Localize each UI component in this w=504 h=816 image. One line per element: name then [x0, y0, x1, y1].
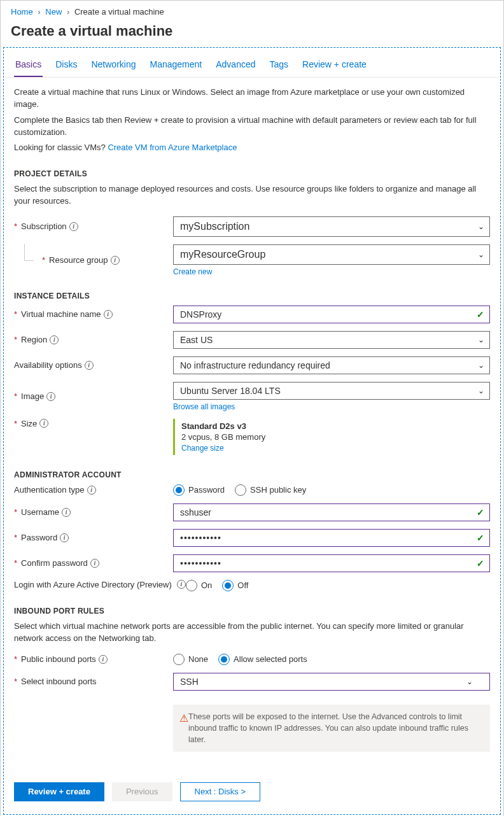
intro-text: Create a virtual machine that runs Linux… — [14, 87, 490, 111]
breadcrumb-current: Create a virtual machine — [74, 7, 164, 17]
create-vm-marketplace-link[interactable]: Create VM from Azure Marketplace — [108, 143, 237, 152]
section-inbound-ports: Inbound port rules — [14, 607, 490, 616]
create-new-rg-link[interactable]: Create new — [173, 267, 212, 276]
tab-basics[interactable]: Basics — [14, 59, 43, 77]
previous-button: Previous — [112, 782, 172, 801]
region-select[interactable]: East US ⌄ — [173, 331, 490, 349]
project-desc: Select the subscription to manage deploy… — [14, 183, 490, 208]
availability-label: Availability options i — [14, 360, 173, 370]
size-name: Standard D2s v3 — [181, 421, 484, 431]
resource-group-select[interactable]: myResourceGroup ⌄ — [173, 244, 490, 265]
resource-group-label: *Resource group i — [14, 255, 173, 265]
subscription-select[interactable]: mySubscription ⌄ — [173, 216, 490, 237]
chevron-down-icon: ⌄ — [478, 386, 484, 395]
ports-none-radio[interactable]: None — [173, 654, 208, 665]
info-icon[interactable]: i — [177, 580, 186, 589]
select-ports-select[interactable]: SSH ⌄ — [173, 673, 490, 691]
info-icon[interactable]: i — [39, 419, 48, 428]
public-ports-label: *Public inbound ports i — [14, 654, 173, 664]
size-label: *Size i — [14, 419, 173, 428]
ports-allow-radio[interactable]: Allow selected ports — [218, 654, 307, 665]
section-instance-details: Instance details — [14, 292, 490, 300]
footer-buttons: Review + create Previous Next : Disks > — [4, 771, 500, 814]
page-title: Create a virtual machine — [3, 20, 501, 47]
chevron-down-icon: ⌄ — [478, 250, 484, 259]
info-icon[interactable]: i — [50, 335, 59, 344]
next-disks-button[interactable]: Next : Disks > — [180, 782, 261, 801]
info-icon[interactable]: i — [104, 310, 113, 319]
info-icon[interactable]: i — [60, 533, 69, 542]
username-input[interactable]: sshuser ✓ — [173, 503, 490, 521]
review-create-button[interactable]: Review + create — [14, 782, 104, 801]
chevron-right-icon: › — [67, 7, 69, 17]
change-size-link[interactable]: Change size — [181, 444, 224, 453]
confirm-password-input[interactable]: ••••••••••• ✓ — [173, 554, 490, 572]
chevron-down-icon: ⌄ — [478, 222, 484, 231]
auth-type-label: Authentication type i — [14, 485, 173, 495]
check-icon: ✓ — [477, 533, 484, 543]
ports-warning: ⚠ These ports will be exposed to the int… — [173, 705, 490, 752]
tab-advanced[interactable]: Advanced — [214, 59, 256, 77]
chevron-down-icon: ⌄ — [466, 677, 473, 686]
aad-off-radio[interactable]: Off — [222, 580, 248, 591]
browse-images-link[interactable]: Browse all images — [173, 402, 235, 411]
tab-management[interactable]: Management — [149, 59, 204, 77]
region-label: *Region i — [14, 335, 173, 344]
warning-icon: ⚠ — [179, 711, 188, 745]
breadcrumb-new[interactable]: New — [45, 7, 62, 17]
vmname-label: *Virtual machine name i — [14, 309, 173, 319]
chevron-down-icon: ⌄ — [478, 335, 484, 344]
breadcrumb-home[interactable]: Home — [11, 7, 33, 17]
tab-tags[interactable]: Tags — [269, 59, 290, 77]
info-icon[interactable]: i — [46, 392, 55, 401]
tab-networking[interactable]: Networking — [90, 59, 137, 77]
aad-on-radio[interactable]: On — [186, 580, 212, 591]
availability-select[interactable]: No infrastructure redundancy required ⌄ — [173, 356, 490, 374]
subscription-label: *Subscription i — [14, 222, 173, 231]
confirm-password-label: *Confirm password i — [14, 558, 173, 568]
intro-text-2: Complete the Basics tab then Review + cr… — [14, 115, 490, 139]
username-label: *Username i — [14, 507, 173, 517]
select-ports-label: *Select inbound ports — [14, 677, 173, 686]
tabs: Basics Disks Networking Management Advan… — [4, 48, 500, 78]
section-admin-account: Administrator account — [14, 470, 490, 479]
chevron-down-icon: ⌄ — [478, 361, 484, 370]
vmname-input[interactable]: DNSProxy ✓ — [173, 306, 490, 323]
section-project-details: Project details — [14, 169, 490, 178]
size-spec: 2 vcpus, 8 GB memory — [181, 432, 484, 442]
size-display: Standard D2s v3 2 vcpus, 8 GB memory Cha… — [173, 419, 490, 455]
image-select[interactable]: Ubuntu Server 18.04 LTS ⌄ — [173, 382, 490, 400]
check-icon: ✓ — [477, 558, 484, 568]
password-label: *Password i — [14, 533, 173, 542]
info-icon[interactable]: i — [85, 361, 94, 370]
ports-desc: Select which virtual machine network por… — [14, 621, 490, 645]
image-label: *Image i — [14, 391, 173, 401]
password-input[interactable]: ••••••••••• ✓ — [173, 529, 490, 547]
info-icon[interactable]: i — [111, 256, 120, 265]
check-icon: ✓ — [477, 507, 484, 517]
tab-review-create[interactable]: Review + create — [301, 59, 368, 77]
auth-password-radio[interactable]: Password — [173, 484, 225, 496]
info-icon[interactable]: i — [87, 486, 96, 495]
check-icon: ✓ — [477, 309, 484, 320]
intro-classic: Looking for classic VMs? Create VM from … — [14, 142, 490, 154]
breadcrumb: Home › New › Create a virtual machine — [3, 3, 501, 20]
info-icon[interactable]: i — [62, 508, 71, 517]
chevron-right-icon: › — [38, 7, 40, 17]
info-icon[interactable]: i — [99, 655, 108, 664]
auth-ssh-radio[interactable]: SSH public key — [235, 484, 306, 496]
tab-disks[interactable]: Disks — [54, 59, 78, 77]
aad-label: Login with Azure Active Directory (Previ… — [14, 580, 186, 589]
info-icon[interactable]: i — [90, 559, 99, 568]
info-icon[interactable]: i — [69, 222, 78, 231]
